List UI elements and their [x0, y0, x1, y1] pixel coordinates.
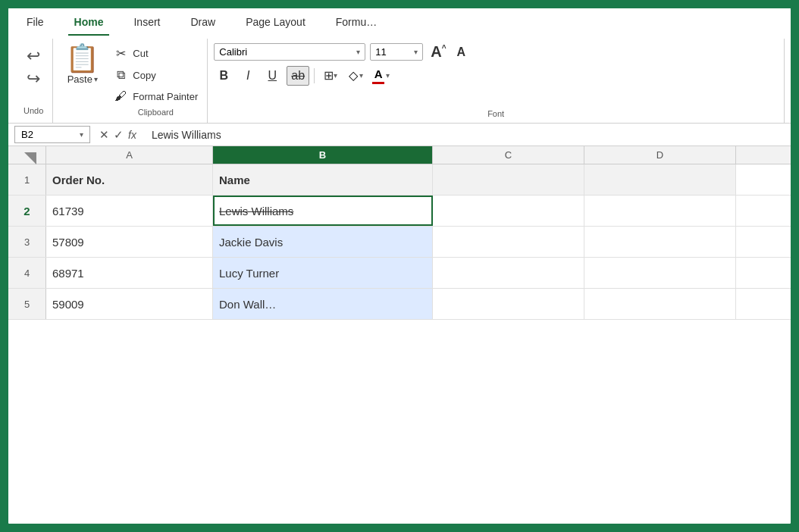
font-row1: Calibri ▾ 11 ▾ A^ A: [214, 42, 778, 62]
copy-label: Copy: [133, 70, 155, 81]
font-color-icon: A: [374, 67, 383, 80]
cancel-icon[interactable]: ✕: [99, 128, 109, 142]
menu-pagelayout[interactable]: Page Layout: [240, 13, 312, 36]
font-size-dropdown[interactable]: 11 ▾: [370, 43, 423, 61]
excel-window: File Home Insert Draw Page Layout Formu……: [6, 6, 793, 526]
cell-B3[interactable]: Jackie Davis: [213, 227, 433, 257]
menu-file[interactable]: File: [20, 13, 50, 36]
bold-button[interactable]: B: [214, 66, 233, 86]
ribbon: ↩ ↪ Undo 📋 Paste ▾ ✂ Cut: [8, 36, 791, 124]
table-row: 5 59009 Don Wall…: [8, 289, 791, 320]
borders-button[interactable]: ⊞ ▾: [319, 65, 342, 86]
formula-controls: ✕ ✓ fx: [93, 128, 143, 142]
font-name-value: Calibri: [219, 46, 247, 58]
undo-label: Undo: [24, 106, 43, 118]
font-color-button[interactable]: A ▾: [370, 66, 392, 86]
corner-cell[interactable]: [8, 146, 46, 164]
cell-D5[interactable]: [584, 289, 736, 319]
menu-formulas[interactable]: Formu…: [330, 13, 383, 36]
cell-B5[interactable]: Don Wall…: [213, 289, 433, 319]
spreadsheet: A B C D 1 Order No. Name 2 61739 Lewis W…: [8, 146, 791, 524]
formula-bar: B2 ▾ ✕ ✓ fx Lewis Williams: [8, 124, 791, 146]
cell-C3[interactable]: [433, 227, 584, 257]
cell-C5[interactable]: [433, 289, 584, 319]
confirm-icon[interactable]: ✓: [114, 128, 124, 142]
font-name-arrow: ▾: [356, 48, 360, 56]
fill-color-button[interactable]: ◇ ▾: [346, 67, 365, 84]
cell-C4[interactable]: [433, 258, 584, 288]
font-name-dropdown[interactable]: Calibri ▾: [214, 43, 365, 61]
cell-D4[interactable]: [584, 258, 736, 288]
select-all-icon: [24, 152, 36, 164]
paste-label: Paste: [67, 74, 92, 85]
paste-button[interactable]: 📋 Paste ▾: [59, 42, 105, 120]
font-shrink-button[interactable]: A: [454, 44, 469, 61]
underline-button[interactable]: U: [262, 66, 282, 86]
clipboard-actions: ✂ Cut ⧉ Copy 🖌 Format Painter: [110, 42, 201, 108]
table-row: 1 Order No. Name: [8, 164, 791, 196]
menu-bar: File Home Insert Draw Page Layout Formu…: [8, 8, 791, 36]
format-painter-icon: 🖌: [113, 89, 128, 103]
cell-ref-value: B2: [21, 129, 33, 140]
row-header-1[interactable]: 1: [8, 164, 46, 195]
copy-button[interactable]: ⧉ Copy: [110, 67, 201, 83]
column-headers: A B C D: [8, 146, 791, 164]
font-grow-button[interactable]: A^: [428, 42, 449, 62]
cell-C1[interactable]: [433, 164, 584, 195]
cell-A5[interactable]: 59009: [46, 289, 213, 319]
row-header-4[interactable]: 4: [8, 258, 46, 288]
row-header-3[interactable]: 3: [8, 227, 46, 257]
row-header-5[interactable]: 5: [8, 289, 46, 319]
font-size-arrow: ▾: [414, 48, 418, 56]
table-row: 4 68971 Lucy Turner: [8, 258, 791, 289]
clipboard-section: 📋 Paste ▾ ✂ Cut ⧉ Copy: [53, 39, 208, 123]
font-color-arrow: ▾: [386, 71, 390, 80]
spreadsheet-body: 1 Order No. Name 2 61739 Lewis Williams …: [8, 164, 791, 524]
undo-button[interactable]: ↩: [25, 46, 42, 66]
format-painter-label: Format Painter: [133, 91, 198, 102]
cell-reference-box[interactable]: B2 ▾: [14, 126, 90, 143]
cell-A1[interactable]: Order No.: [46, 164, 213, 195]
formula-input[interactable]: Lewis Williams: [146, 127, 785, 142]
cell-A2[interactable]: 61739: [46, 196, 213, 226]
redo-button[interactable]: ↪: [25, 69, 42, 89]
menu-home[interactable]: Home: [68, 13, 110, 36]
borders-icon: ⊞: [324, 68, 334, 83]
font-row2: B I U ab ⊞ ▾ ◇ ▾ A ▾: [214, 65, 778, 86]
col-header-A[interactable]: A: [46, 146, 213, 164]
italic-button[interactable]: I: [238, 66, 258, 86]
col-header-D[interactable]: D: [584, 146, 736, 164]
cut-button[interactable]: ✂ Cut: [110, 45, 201, 62]
col-header-C[interactable]: C: [433, 146, 584, 164]
paste-dropdown-arrow: ▾: [94, 75, 98, 83]
undo-section: ↩ ↪ Undo: [14, 39, 53, 123]
cell-B4[interactable]: Lucy Turner: [213, 258, 433, 288]
cell-A3[interactable]: 57809: [46, 227, 213, 257]
cut-label: Cut: [133, 48, 148, 59]
menu-insert[interactable]: Insert: [127, 13, 166, 36]
cut-icon: ✂: [113, 46, 128, 61]
font-size-value: 11: [375, 46, 386, 58]
font-section: Calibri ▾ 11 ▾ A^ A B I U ab ⊞ ▾: [208, 39, 785, 123]
menu-draw[interactable]: Draw: [184, 13, 221, 36]
row-header-2[interactable]: 2: [8, 196, 46, 226]
cell-A4[interactable]: 68971: [46, 258, 213, 288]
table-row: 2 61739 Lewis Williams: [8, 196, 791, 227]
cell-C2[interactable]: [433, 196, 584, 226]
fmt-separator: [314, 68, 315, 83]
format-painter-button[interactable]: 🖌 Format Painter: [110, 88, 201, 105]
fill-icon: ◇: [349, 68, 358, 83]
cell-D1[interactable]: [584, 164, 736, 195]
font-section-label: Font: [214, 109, 778, 120]
cell-D3[interactable]: [584, 227, 736, 257]
table-row: 3 57809 Jackie Davis: [8, 227, 791, 258]
cell-ref-arrow: ▾: [80, 130, 83, 139]
fx-icon[interactable]: fx: [128, 129, 136, 141]
cell-B1[interactable]: Name: [213, 164, 433, 195]
cell-B2[interactable]: Lewis Williams: [213, 196, 433, 226]
cell-D2[interactable]: [584, 196, 736, 226]
strikethrough-button[interactable]: ab: [287, 66, 309, 86]
fill-arrow: ▾: [359, 71, 363, 80]
font-color-indicator: [372, 82, 384, 84]
col-header-B[interactable]: B: [213, 146, 433, 164]
